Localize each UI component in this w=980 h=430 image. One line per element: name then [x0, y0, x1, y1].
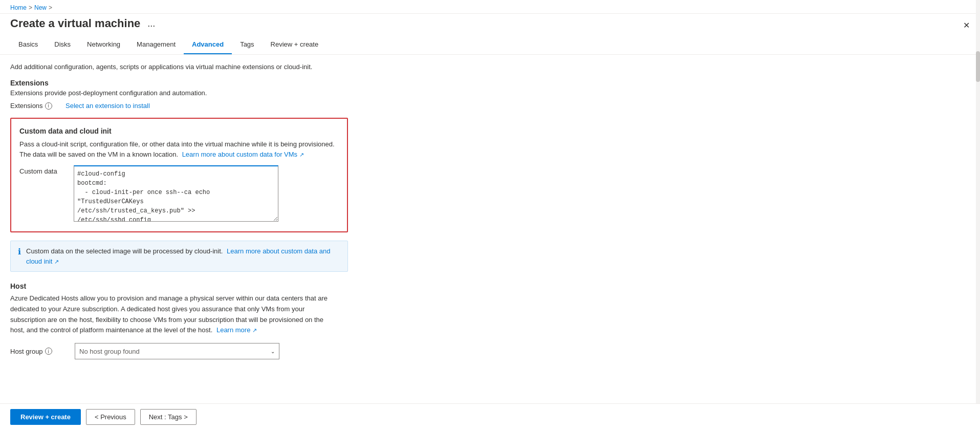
custom-data-section: Custom data and cloud init Pass a cloud-…	[10, 118, 348, 232]
extensions-section: Extensions Extensions provide post-deplo…	[10, 79, 450, 110]
custom-data-title: Custom data and cloud init	[19, 127, 339, 135]
host-group-dropdown[interactable]: No host group found ⌄	[75, 343, 279, 359]
tab-basics[interactable]: Basics	[10, 35, 46, 54]
bottom-bar: Review + create < Previous Next : Tags >	[0, 403, 980, 430]
breadcrumb-sep1: >	[29, 4, 32, 11]
extensions-title: Extensions	[10, 79, 450, 87]
extensions-label-text: Extensions	[10, 102, 43, 110]
tab-networking[interactable]: Networking	[79, 35, 128, 54]
host-group-label: Host group i	[10, 348, 67, 355]
host-group-info-icon[interactable]: i	[45, 348, 52, 355]
custom-data-textarea[interactable]: #cloud-config bootcmd: - cloud-init-per …	[74, 165, 278, 222]
tab-tags[interactable]: Tags	[232, 35, 262, 54]
breadcrumb-home[interactable]: Home	[10, 4, 27, 11]
custom-data-desc: Pass a cloud-init script, configuration …	[19, 139, 339, 159]
breadcrumb-bar: Home > New >	[0, 0, 980, 14]
host-learn-more[interactable]: Learn more	[216, 326, 250, 334]
tab-disks[interactable]: Disks	[46, 35, 79, 54]
breadcrumb-new[interactable]: New	[34, 4, 47, 11]
extensions-row: Extensions i Select an extension to inst…	[10, 102, 450, 110]
info-notice-text: Custom data on the selected image will b…	[26, 246, 340, 266]
breadcrumb-sep2: >	[49, 4, 52, 11]
extensions-desc: Extensions provide post-deployment confi…	[10, 89, 450, 97]
next-button[interactable]: Next : Tags >	[140, 409, 197, 425]
select-extension-link[interactable]: Select an extension to install	[66, 102, 150, 110]
custom-data-row: Custom data #cloud-config bootcmd: - clo…	[19, 165, 339, 223]
tab-advanced[interactable]: Advanced	[184, 35, 232, 54]
host-section: Host Azure Dedicated Hosts allow you to …	[10, 282, 450, 359]
info-notice-external-icon: ↗	[54, 259, 59, 265]
custom-data-textarea-wrapper: #cloud-config bootcmd: - cloud-init-per …	[74, 165, 339, 223]
host-group-placeholder: No host group found	[79, 348, 140, 355]
tab-management[interactable]: Management	[128, 35, 184, 54]
breadcrumb: Home > New >	[10, 4, 52, 11]
ellipsis-button[interactable]: ...	[145, 17, 157, 30]
extensions-label: Extensions i	[10, 102, 61, 110]
previous-button[interactable]: < Previous	[86, 409, 135, 425]
info-notice-icon: ℹ	[18, 247, 21, 256]
tabs-bar: Basics Disks Networking Management Advan…	[0, 35, 980, 55]
custom-data-learn-more[interactable]: Learn more about custom data for VMs	[182, 150, 297, 158]
host-group-row: Host group i No host group found ⌄	[10, 343, 450, 359]
dropdown-arrow-icon: ⌄	[271, 349, 275, 354]
custom-data-label: Custom data	[19, 165, 66, 175]
scrollbar[interactable]	[976, 0, 980, 430]
close-button[interactable]: ✕	[963, 20, 970, 30]
scrollbar-thumb	[976, 51, 980, 82]
main-content: Add additional configuration, agents, sc…	[0, 55, 461, 405]
info-notice: ℹ Custom data on the selected image will…	[10, 241, 348, 272]
extensions-info-icon[interactable]: i	[45, 102, 52, 110]
page-title-row: Create a virtual machine ... ✕	[0, 14, 980, 35]
host-external-icon: ↗	[252, 327, 257, 333]
external-link-icon: ↗	[299, 152, 304, 158]
page-title: Create a virtual machine	[10, 17, 140, 30]
host-title: Host	[10, 282, 450, 290]
host-desc: Azure Dedicated Hosts allow you to provi…	[10, 293, 338, 336]
page-description: Add additional configuration, agents, sc…	[10, 63, 450, 71]
review-create-button[interactable]: Review + create	[10, 409, 81, 425]
tab-review-create[interactable]: Review + create	[263, 35, 327, 54]
